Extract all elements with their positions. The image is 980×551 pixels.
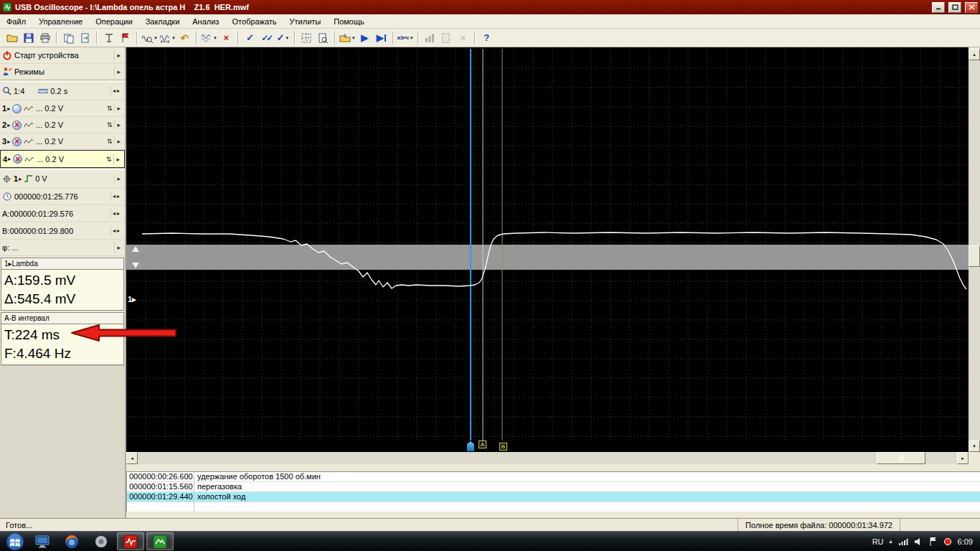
stepper-icon[interactable]: ⇅	[106, 156, 112, 163]
formula-button[interactable]: a:b+c▼	[397, 30, 415, 46]
spinner-icon[interactable]: ◂▸	[110, 86, 123, 95]
dropdown-icon[interactable]: ▼	[285, 36, 289, 40]
scroll-left-button[interactable]: ◂	[126, 452, 138, 464]
scroll-right-button[interactable]: ▸	[957, 452, 969, 464]
cursor-b-time[interactable]: B:000000:01:29.800	[2, 227, 73, 235]
cursor-b-row[interactable]: B:000000:01:29.800 ◂▸	[0, 222, 125, 240]
oscilloscope-plot[interactable]: 1▸	[126, 49, 969, 441]
cursor-a-row[interactable]: A:000000:01:29.576 ◂▸	[0, 205, 125, 222]
language-indicator[interactable]: RU	[872, 537, 884, 546]
channel-disabled-icon[interactable]: ×	[12, 121, 22, 130]
channel-settings[interactable]: ... 0.2 V	[36, 104, 63, 113]
cursor-a-marker[interactable]: A	[479, 441, 486, 448]
submenu-arrow-icon[interactable]: ▸	[114, 174, 123, 184]
load-fragment-button[interactable]: ▼	[339, 30, 357, 46]
taskbar-clock[interactable]: 6:09	[958, 537, 973, 546]
taskbar-computer-icon[interactable]	[29, 532, 56, 550]
accept-all-button[interactable]: ✓✓	[258, 30, 275, 46]
taskbar-settings-icon[interactable]	[88, 532, 115, 550]
taskbar-mwf-file-icon[interactable]	[146, 532, 174, 550]
submenu-arrow-icon[interactable]: ▸	[114, 50, 123, 60]
submenu-arrow-icon[interactable]: ▸	[114, 242, 123, 253]
expand-arrow-icon[interactable]: ▸	[114, 120, 123, 130]
bookmark-row-selected[interactable]: 000000:01:29.440 холостой ход	[127, 492, 980, 502]
start-device-button[interactable]: Старт устройства ▸	[0, 47, 125, 64]
horizontal-scroll-thumb[interactable]	[877, 452, 925, 464]
dropdown-icon[interactable]: ▼	[213, 36, 217, 40]
trigger-level[interactable]: 0 V	[35, 174, 47, 183]
accept-step-button[interactable]: ✓▼	[275, 30, 291, 46]
dropdown-icon[interactable]: ▼	[352, 36, 356, 40]
grid-button[interactable]	[298, 30, 315, 46]
bookmark-row[interactable]: 000000:01:15.560 перегазовка	[127, 482, 980, 492]
expand-arrow-icon[interactable]: ▸	[113, 154, 122, 164]
trigger-row[interactable]: 1▸ 0 V ▸	[0, 170, 125, 188]
spinner-icon[interactable]: ◂▸	[110, 226, 123, 235]
dropdown-icon[interactable]: ▼	[171, 36, 176, 40]
spinner-icon[interactable]: ◂▸	[110, 209, 123, 218]
spinner-icon[interactable]: ◂▸	[110, 192, 123, 201]
channel-enabled-icon[interactable]	[12, 104, 22, 113]
dropdown-icon[interactable]: ▼	[410, 36, 414, 40]
save-fragment-button[interactable]	[60, 30, 77, 46]
menu-utilities[interactable]: Утилиты	[283, 16, 328, 27]
accept-button[interactable]: ✓	[242, 30, 258, 46]
play-button[interactable]: ▶	[357, 30, 373, 46]
vertical-scroll-thumb[interactable]	[969, 245, 980, 267]
oscilloscope-tray-icon[interactable]	[943, 537, 952, 546]
scale-signal-button[interactable]: ▼	[159, 30, 176, 46]
measure-probe-button[interactable]	[100, 30, 117, 46]
overlay-frames-button[interactable]: ▼	[200, 30, 218, 46]
clear-marks-button[interactable]: ×	[218, 30, 235, 46]
channel-disabled-icon[interactable]: ×	[12, 137, 22, 146]
main-cursor-marker[interactable]	[467, 441, 474, 451]
menu-help[interactable]: Помощь	[327, 16, 371, 27]
stepper-icon[interactable]: ⇅	[107, 105, 113, 112]
volume-icon[interactable]	[914, 537, 923, 546]
stepper-icon[interactable]: ⇅	[107, 121, 113, 128]
save-button[interactable]	[20, 30, 37, 46]
menu-analysis[interactable]: Анализ	[186, 16, 225, 27]
network-icon[interactable]	[898, 537, 908, 546]
tray-expand-icon[interactable]: ▴	[890, 538, 892, 545]
export-button[interactable]	[77, 30, 93, 46]
channel-2-row[interactable]: 2▸ × ... 0.2 V ⇅ ▸	[0, 117, 125, 133]
modes-button[interactable]: Режимы ▸	[0, 64, 125, 80]
channel-disabled-icon[interactable]: ×	[13, 154, 22, 164]
channel-4-row-selected[interactable]: 4▸ × ... 0.2 V ⇅ ▸	[0, 150, 125, 168]
bookmark-row[interactable]: 000000:00:26.600 удержание оборотов 1500…	[127, 472, 980, 482]
channel-3-row[interactable]: 3▸ × ... 0.2 V ⇅ ▸	[0, 133, 125, 150]
channel-1-row[interactable]: 1▸ ... 0.2 V ⇅ ▸	[0, 100, 125, 117]
menu-file[interactable]: Файл	[0, 16, 32, 27]
zoom-signal-button[interactable]: ▼	[141, 30, 159, 46]
menu-bookmarks[interactable]: Закладки	[139, 16, 187, 27]
phase-row[interactable]: φ: ... ▸	[0, 240, 125, 256]
scroll-down-button[interactable]: ▾	[969, 441, 980, 452]
menu-operations[interactable]: Операции	[89, 16, 138, 27]
help-button[interactable]: ?	[479, 30, 495, 46]
expand-arrow-icon[interactable]: ▸	[114, 136, 123, 146]
taskbar-oscilloscope-icon[interactable]	[117, 532, 144, 550]
channel-settings[interactable]: ... 0.2 V	[36, 137, 63, 146]
maximize-button[interactable]	[948, 2, 961, 13]
scale-row[interactable]: 1:4 0.2 s ◂▸	[0, 82, 125, 100]
timebase-value[interactable]: 0.2 s	[50, 87, 67, 95]
channel-settings[interactable]: ... 0.2 V	[36, 121, 63, 129]
cursor-a-time[interactable]: A:000000:01:29.576	[2, 209, 73, 218]
menu-display[interactable]: Отображать	[225, 16, 283, 27]
expand-arrow-icon[interactable]: ▸	[114, 103, 123, 113]
close-button[interactable]	[965, 2, 978, 13]
time-position-row[interactable]: 000000:01:25.776 ◂▸	[0, 188, 125, 205]
taskbar[interactable]: RU ▴ 6:09	[0, 531, 980, 551]
menu-control[interactable]: Управление	[32, 16, 89, 27]
stepper-icon[interactable]: ⇅	[107, 138, 113, 145]
undo-button[interactable]: ↶	[176, 30, 193, 46]
dropdown-icon[interactable]: ▼	[154, 36, 158, 40]
taskbar-browser-icon[interactable]	[58, 532, 85, 550]
vertical-scrollbar[interactable]: ▴ ▾	[969, 49, 980, 452]
play-to-end-button[interactable]: ▶	[373, 30, 390, 46]
action-center-flag-icon[interactable]	[929, 537, 938, 546]
channel-settings[interactable]: ... 0.2 V	[37, 155, 64, 164]
cursor-b-marker[interactable]: B	[499, 443, 507, 451]
open-file-button[interactable]	[4, 30, 20, 46]
